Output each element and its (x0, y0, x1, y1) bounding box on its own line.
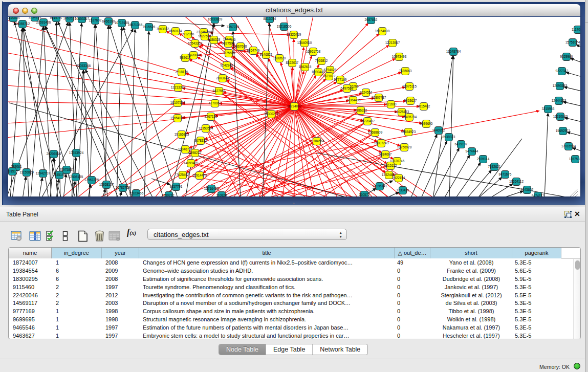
svg-text:19384554: 19384554 (310, 139, 324, 143)
svg-text:1733426: 1733426 (397, 188, 409, 192)
svg-text:1588520: 1588520 (273, 56, 286, 60)
svg-text:7485063: 7485063 (399, 69, 412, 73)
svg-text:12213389: 12213389 (171, 85, 186, 89)
svg-text:3624554: 3624554 (360, 91, 373, 94)
svg-text:1254199: 1254199 (29, 17, 41, 19)
svg-text:10807487: 10807487 (372, 96, 386, 99)
svg-text:11156829: 11156829 (19, 170, 34, 174)
svg-text:16807249: 16807249 (374, 141, 389, 145)
svg-text:6479197: 6479197 (455, 142, 468, 146)
svg-text:2803144: 2803144 (216, 76, 229, 80)
svg-text:16671355: 16671355 (128, 23, 143, 27)
svg-text:12975115: 12975115 (402, 84, 417, 88)
svg-text:6466160: 6466160 (102, 19, 115, 23)
svg-text:1640952: 1640952 (432, 128, 445, 132)
svg-text:20206516: 20206516 (47, 152, 61, 156)
svg-text:16033809: 16033809 (208, 17, 223, 21)
svg-text:9146821: 9146821 (260, 53, 273, 56)
svg-text:160572: 160572 (359, 193, 370, 196)
svg-text:20053346: 20053346 (76, 64, 91, 68)
svg-text:10719155: 10719155 (115, 21, 129, 25)
svg-text:621600: 621600 (385, 102, 397, 106)
svg-text:8454749: 8454749 (247, 49, 260, 52)
svg-text:7625402: 7625402 (177, 173, 189, 177)
svg-text:8660124: 8660124 (169, 29, 182, 33)
svg-text:6794028: 6794028 (324, 68, 337, 72)
svg-text:19654925: 19654925 (170, 116, 185, 120)
svg-text:14099489: 14099489 (184, 161, 199, 165)
svg-text:15751074: 15751074 (565, 40, 580, 44)
svg-text:8990448: 8990448 (312, 70, 325, 74)
svg-text:10653267: 10653267 (75, 17, 90, 20)
svg-text:1850054: 1850054 (8, 17, 20, 19)
svg-text:19654923: 19654923 (401, 130, 416, 134)
svg-text:12923466: 12923466 (129, 191, 144, 195)
svg-text:12505135: 12505135 (69, 175, 83, 179)
svg-text:4170063: 4170063 (209, 101, 222, 105)
svg-text:9884067: 9884067 (379, 152, 392, 156)
svg-text:16154808: 16154808 (375, 29, 390, 33)
svg-text:9474112: 9474112 (532, 194, 545, 196)
svg-text:12093583: 12093583 (553, 84, 568, 87)
svg-text:15716485: 15716485 (204, 187, 219, 190)
svg-text:8322037: 8322037 (286, 61, 299, 64)
svg-text:8471676: 8471676 (499, 172, 512, 176)
svg-text:7663822: 7663822 (157, 27, 169, 31)
svg-text:15720407: 15720407 (360, 119, 375, 123)
svg-text:19166825: 19166825 (175, 133, 189, 136)
svg-text:1621072: 1621072 (323, 74, 336, 78)
svg-text:10973493: 10973493 (392, 55, 407, 58)
svg-text:9474444: 9474444 (466, 149, 478, 153)
svg-text:10654112: 10654112 (509, 180, 524, 183)
svg-text:2867608: 2867608 (234, 45, 247, 48)
svg-text:7955812: 7955812 (315, 59, 328, 62)
svg-text:20691406: 20691406 (36, 20, 51, 24)
svg-text:391510: 391510 (8, 169, 18, 173)
svg-text:7357224: 7357224 (227, 25, 239, 29)
svg-text:9227342: 9227342 (556, 69, 569, 73)
svg-text:7386322: 7386322 (355, 108, 367, 112)
svg-text:13640910: 13640910 (297, 41, 312, 45)
svg-text:1527602: 1527602 (89, 18, 102, 22)
svg-text:17016504: 17016504 (561, 144, 576, 148)
svg-text:10688609: 10688609 (368, 130, 383, 134)
svg-text:16961758: 16961758 (306, 50, 321, 53)
svg-text:2935114: 2935114 (477, 157, 490, 161)
svg-text:3875685: 3875685 (223, 51, 235, 55)
svg-text:9857791: 9857791 (170, 185, 183, 188)
svg-text:12444153: 12444153 (552, 99, 567, 102)
svg-text:17353924: 17353924 (69, 151, 84, 155)
svg-text:13325419: 13325419 (287, 33, 301, 36)
svg-text:3498222: 3498222 (189, 151, 202, 155)
svg-text:9699695: 9699695 (420, 122, 433, 125)
svg-text:2718176: 2718176 (176, 70, 188, 74)
svg-text:8186328: 8186328 (208, 38, 221, 41)
svg-text:9242848: 9242848 (221, 63, 233, 67)
svg-text:12213967: 12213967 (385, 41, 400, 45)
svg-text:20975867: 20975867 (59, 168, 74, 171)
svg-text:16543362: 16543362 (188, 41, 203, 45)
svg-text:14055712: 14055712 (15, 22, 30, 26)
svg-text:17957225: 17957225 (84, 178, 99, 182)
svg-text:9245652: 9245652 (521, 188, 534, 191)
svg-text:9827503: 9827503 (199, 34, 211, 38)
svg-text:7632621: 7632621 (488, 165, 501, 168)
svg-text:9515402: 9515402 (418, 104, 430, 108)
svg-text:9777169: 9777169 (334, 78, 347, 81)
svg-text:10756928: 10756928 (397, 145, 412, 149)
svg-text:950212: 950212 (163, 193, 175, 196)
svg-text:16107554: 16107554 (170, 101, 185, 104)
svg-text:9329966: 9329966 (560, 55, 573, 58)
svg-text:16782759: 16782759 (116, 186, 130, 189)
svg-text:1615112: 1615112 (384, 164, 397, 167)
svg-text:16914479: 16914479 (192, 173, 207, 177)
svg-text:1167533: 1167533 (569, 157, 580, 161)
svg-text:1362615: 1362615 (299, 65, 312, 69)
svg-text:10046786: 10046786 (178, 147, 193, 151)
svg-text:12353594: 12353594 (199, 126, 213, 130)
svg-text:9463627: 9463627 (404, 99, 417, 102)
svg-text:2522154: 2522154 (393, 176, 405, 180)
svg-text:15300275: 15300275 (264, 112, 279, 116)
svg-text:9327508: 9327508 (222, 41, 235, 45)
svg-text:9619797: 9619797 (50, 17, 63, 19)
